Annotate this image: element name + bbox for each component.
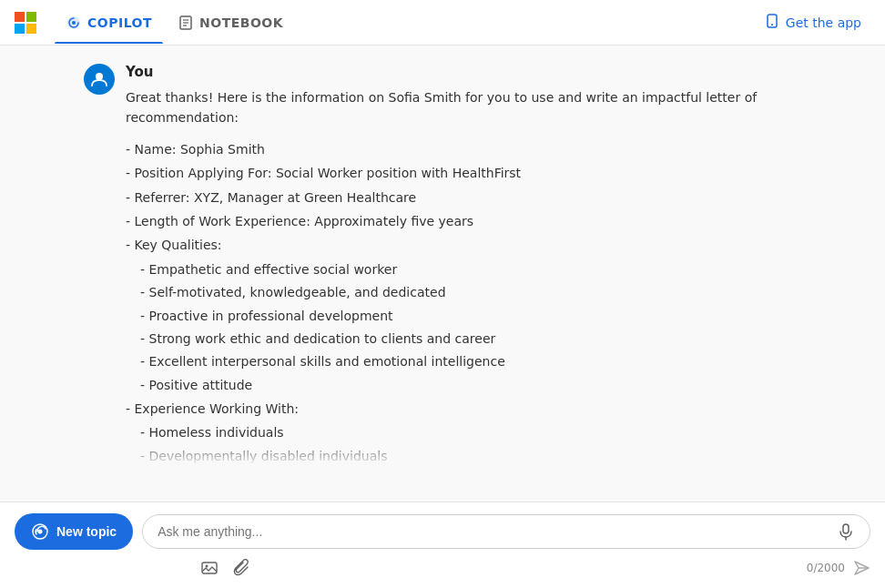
svg-rect-13: [202, 563, 217, 573]
tab-copilot[interactable]: COPILOT: [55, 2, 163, 44]
list-item-4: - Key Qualities:: [126, 235, 801, 255]
notebook-tab-label: NOTEBOOK: [199, 15, 283, 30]
new-topic-icon: [31, 522, 49, 541]
svg-point-8: [96, 73, 103, 80]
message-container: You Great thanks! Here is the informatio…: [69, 64, 816, 469]
copilot-tab-label: COPILOT: [87, 15, 152, 30]
list-item-8: - Strong work ethic and dedication to cl…: [126, 329, 801, 349]
get-app-label: Get the app: [786, 15, 861, 30]
ms-logo-blue: [15, 24, 25, 34]
attach-icon[interactable]: [229, 555, 255, 581]
chat-input[interactable]: [158, 524, 837, 539]
main-content: You Great thanks! Here is the informatio…: [0, 46, 885, 502]
list-item-9: - Excellent interpersonal skills and emo…: [126, 351, 801, 371]
user-message: You Great thanks! Here is the informatio…: [84, 64, 801, 469]
svg-point-1: [72, 21, 76, 25]
ms-logo-green: [26, 12, 36, 22]
list-item-3: - Length of Work Experience: Approximate…: [126, 211, 801, 231]
svg-rect-11: [843, 524, 849, 533]
list-item-7: - Proactive in professional development: [126, 306, 801, 326]
copilot-icon: [66, 15, 82, 31]
message-intro: Great thanks! Here is the information on…: [126, 87, 801, 128]
list-item-5: - Empathetic and effective social worker: [126, 259, 801, 279]
ms-logo-red: [15, 12, 25, 22]
list-item-0: - Name: Sophia Smith: [126, 139, 801, 159]
text-input-wrapper: [142, 514, 870, 549]
message-author: You: [126, 64, 801, 80]
list-item-11: - Experience Working With:: [126, 399, 801, 419]
list-item-12: - Homeless individuals: [126, 422, 801, 442]
list-item-13: - Developmentally disabled individuals: [126, 446, 801, 466]
message-body: You Great thanks! Here is the informatio…: [126, 64, 801, 469]
notebook-icon: [178, 15, 194, 31]
new-topic-label: New topic: [56, 524, 117, 539]
microphone-icon[interactable]: [837, 522, 855, 541]
mobile-icon: [764, 13, 780, 32]
input-area: New topic: [0, 502, 885, 588]
list-item-2: - Referrer: XYZ, Manager at Green Health…: [126, 188, 801, 208]
svg-point-10: [38, 530, 43, 534]
tab-notebook[interactable]: NOTEBOOK: [167, 2, 294, 44]
app-header: COPILOT NOTEBOOK Get the app: [0, 0, 885, 46]
avatar: [84, 64, 115, 95]
new-topic-button[interactable]: New topic: [15, 513, 133, 550]
svg-point-7: [771, 24, 773, 25]
input-tools: [15, 555, 255, 581]
ms-logo-yellow: [26, 24, 36, 34]
input-bottom-row: 0/2000: [15, 550, 870, 581]
microsoft-logo: [15, 12, 36, 34]
input-row: New topic: [15, 513, 870, 550]
send-icon[interactable]: [852, 559, 870, 577]
image-input-icon[interactable]: [197, 555, 222, 581]
list-item-6: - Self-motivated, knowledgeable, and ded…: [126, 282, 801, 302]
list-item-1: - Position Applying For: Social Worker p…: [126, 163, 801, 183]
svg-point-14: [206, 565, 209, 568]
header-right: Get the app: [755, 7, 870, 37]
get-app-button[interactable]: Get the app: [755, 7, 870, 37]
message-text: Great thanks! Here is the information on…: [126, 87, 801, 466]
list-item-10: - Positive attitude: [126, 375, 801, 395]
char-count: 0/2000: [807, 562, 845, 574]
nav-tabs: COPILOT NOTEBOOK: [55, 2, 755, 44]
